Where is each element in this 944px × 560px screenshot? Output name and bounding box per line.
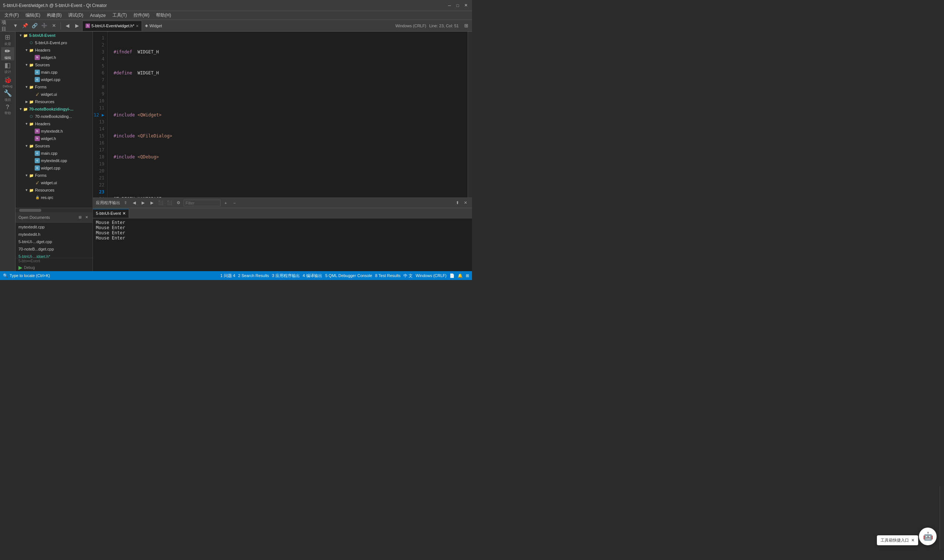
run-icon: ▶ — [19, 265, 23, 271]
output-settings[interactable]: ⚙ — [175, 199, 182, 207]
toolbar-project[interactable]: 项目 — [2, 22, 10, 30]
open-docs-add[interactable]: ⊞ — [77, 214, 83, 220]
tree-main-cpp1[interactable]: c main.cpp — [15, 69, 93, 76]
nav-back[interactable]: ◀ — [63, 22, 72, 30]
tree-pro1[interactable]: ⬡ 5-btnUI-Event.pro — [15, 39, 93, 46]
folder-icon: 📁 — [29, 188, 34, 193]
editor-tab-widget-h[interactable]: h 5-btnUI-Event/widget.h* ✕ — [82, 21, 142, 31]
welcome-icon: ⊞ — [5, 33, 10, 41]
tree-widget-h1[interactable]: h widget.h — [15, 54, 93, 61]
split-editor-btn[interactable]: ⊞ — [462, 22, 470, 30]
sidebar-edit[interactable]: ✏ 编辑 — [1, 47, 14, 60]
tree-sources1[interactable]: ▼ 📁 Sources — [15, 61, 93, 69]
output-tab-close[interactable]: ✕ — [122, 211, 126, 216]
toolbar-pin[interactable]: 📌 — [21, 22, 29, 30]
menu-control[interactable]: 控件(W) — [131, 11, 152, 19]
tree-widget-ui2[interactable]: 🖊 widget.ui — [15, 179, 93, 186]
tree-resources1[interactable]: ▶ 📁 Resources — [15, 98, 93, 105]
tree-widget-h2[interactable]: h widget.h — [15, 135, 93, 142]
sidebar-project[interactable]: 🔧 项目 — [1, 89, 14, 102]
code-editor[interactable]: 1 2 3 4 5 6 7 8 9 10 11 12 ▶ 13 14 15 16… — [93, 32, 472, 197]
status-search[interactable]: 2 Search Results — [238, 273, 269, 278]
minimize-button[interactable]: ─ — [446, 2, 453, 9]
output-nav-prev[interactable]: ◀ — [131, 199, 138, 207]
tab-close-icon[interactable]: ✕ — [136, 24, 139, 28]
output-close[interactable]: ✕ — [462, 199, 469, 207]
tree-headers1[interactable]: ▼ 📁 Headers — [15, 46, 93, 54]
h-file-icon: h — [35, 129, 40, 134]
editor-vscroll[interactable] — [467, 32, 472, 197]
output-nav-next[interactable]: ▶ — [139, 199, 147, 207]
code-content[interactable]: #ifndef WIDGET_H #define WIDGET_H #inclu… — [108, 32, 467, 197]
menu-edit[interactable]: 编辑(E) — [23, 11, 43, 19]
cpp-file-icon: c — [35, 151, 40, 156]
sidebar-design[interactable]: ◧ 设计 — [1, 61, 14, 74]
tree-root-2[interactable]: ▼ 📁 70-noteBookzidingyi-... — [15, 105, 93, 113]
doc-item-active[interactable]: 5-btnUI-...idget.h* — [15, 253, 93, 258]
toolbar-filter[interactable]: ▼ — [11, 22, 20, 30]
tree-forms2[interactable]: ▼ 📁 Forms — [15, 172, 93, 179]
sidebar-welcome[interactable]: ⊞ 欢迎 — [1, 33, 14, 46]
status-icon2: 🔔 — [458, 273, 463, 278]
menu-analyze[interactable]: Analyze — [87, 12, 109, 19]
tree-main-cpp2[interactable]: c main.cpp — [15, 149, 93, 157]
open-docs-list: mytextedit.cpp mytextedit.h 5-btnUI-...d… — [15, 223, 93, 258]
hscroll-thumb[interactable] — [19, 209, 41, 212]
status-issues[interactable]: 1 问题 4 — [220, 273, 235, 278]
status-test[interactable]: 8 Test Results — [375, 273, 401, 278]
status-right: 1 问题 4 2 Search Results 3 应用程序输出 4 编译输出 … — [220, 273, 469, 278]
output-expand[interactable]: ⬆ — [453, 199, 461, 207]
sidebar-debug-item[interactable]: ▶ Debug — [15, 264, 93, 271]
menu-debug[interactable]: 调试(D) — [65, 11, 86, 19]
doc-item[interactable]: 70-noteB...dget.cpp — [15, 245, 93, 253]
tree-res-qrc[interactable]: 🔒 res.qrc — [15, 194, 93, 201]
status-locate[interactable]: 🔍 Type to locate (Ctrl+K) — [3, 273, 50, 278]
folder-icon: 📁 — [29, 85, 34, 89]
maximize-button[interactable]: □ — [454, 2, 461, 9]
doc-item[interactable]: mytextedit.cpp — [15, 223, 93, 231]
tree-mytextedit-h[interactable]: h mytextedit.h — [15, 128, 93, 135]
toolbar-close[interactable]: ✕ — [49, 22, 58, 30]
folder-icon: 📁 — [29, 62, 34, 68]
tree-sources2[interactable]: ▼ 📁 Sources — [15, 142, 93, 149]
tree-widget-ui1[interactable]: 🖊 widget.ui — [15, 91, 93, 98]
sidebar-debug[interactable]: 🐞 Debug — [1, 75, 14, 88]
status-line-end[interactable]: Windows (CRLF) — [416, 273, 447, 278]
tree-resources2[interactable]: ▼ 📁 Resources — [15, 186, 93, 194]
status-app-output[interactable]: 3 应用程序输出 — [272, 273, 300, 278]
output-tab-5btnui[interactable]: 5-btnUI-Event ✕ — [93, 209, 129, 218]
status-compile[interactable]: 4 编译输出 — [303, 273, 322, 278]
tree-headers2[interactable]: ▼ 📁 Headers — [15, 120, 93, 128]
tree-arrow-root2: ▼ — [19, 107, 23, 111]
tree-widget-cpp2[interactable]: c widget.cpp — [15, 164, 93, 172]
close-button[interactable]: ✕ — [463, 2, 469, 9]
menu-file[interactable]: 文件(F) — [2, 11, 22, 19]
tree-root2b[interactable]: ⬡ 70-noteBookziding... — [15, 113, 93, 120]
output-filter-input[interactable] — [184, 200, 221, 206]
output-run[interactable]: ▶ — [148, 199, 156, 207]
menu-build[interactable]: 构建(B) — [44, 11, 65, 19]
output-stop2[interactable]: ⬛ — [166, 199, 173, 207]
output-stop[interactable]: ⬛ — [157, 199, 165, 207]
widget-tab-icon: ◈ — [145, 23, 148, 28]
menu-help[interactable]: 帮助(H) — [153, 11, 174, 19]
output-minus[interactable]: − — [231, 199, 238, 207]
nav-fwd[interactable]: ▶ — [72, 22, 82, 30]
widget-tab[interactable]: ◈ Widget — [142, 21, 165, 31]
toolbar-add[interactable]: ➕ — [40, 22, 49, 30]
tree-mytextedit-cpp[interactable]: c mytextedit.cpp — [15, 157, 93, 164]
open-docs-close[interactable]: ✕ — [84, 214, 89, 220]
tree-root-1[interactable]: ▼ 📁 5-btnUI-Event — [15, 32, 93, 39]
doc-item[interactable]: mytextedit.h — [15, 231, 93, 238]
doc-item[interactable]: 5-btnUI-...dget.cpp — [15, 238, 93, 245]
toolbar-link[interactable]: 🔗 — [30, 22, 39, 30]
cpp-file-icon: c — [35, 77, 40, 82]
tree-widget-cpp1[interactable]: c widget.cpp — [15, 76, 93, 83]
output-toolbar-icon1[interactable]: ⇧ — [122, 199, 129, 207]
output-add[interactable]: + — [222, 199, 229, 207]
menu-tools[interactable]: 工具(T) — [110, 11, 130, 19]
sidebar-help[interactable]: ? 帮助 — [1, 103, 14, 117]
tree-hscroll[interactable] — [15, 208, 93, 212]
tree-forms1[interactable]: ▼ 📁 Forms — [15, 83, 93, 91]
status-qml[interactable]: 5 QML Debugger Console — [325, 273, 372, 278]
